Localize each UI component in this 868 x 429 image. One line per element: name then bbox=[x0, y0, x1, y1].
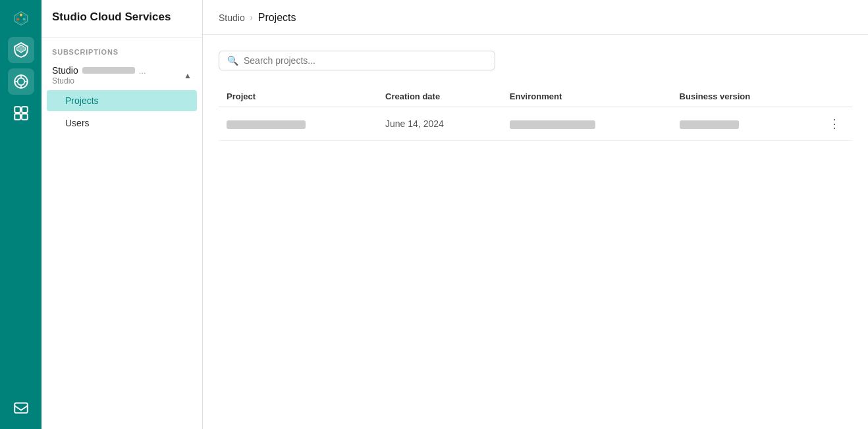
svg-point-4 bbox=[16, 18, 19, 20]
svg-rect-9 bbox=[22, 107, 28, 113]
studio-ellipsis: ... bbox=[139, 66, 146, 76]
nav-icon-2[interactable] bbox=[8, 68, 34, 95]
search-input[interactable] bbox=[244, 55, 487, 66]
svg-point-7 bbox=[17, 78, 24, 86]
svg-marker-5 bbox=[16, 45, 25, 52]
sidebar-title: Studio Cloud Services bbox=[41, 0, 202, 38]
subscriptions-label: SUBSCRIPTIONS bbox=[41, 38, 202, 61]
support-icon[interactable] bbox=[8, 395, 34, 421]
sidebar-item-users[interactable]: Users bbox=[47, 113, 197, 134]
icon-bar-top bbox=[8, 5, 34, 395]
projects-table: Project Creation date Environment Busine… bbox=[219, 86, 852, 141]
cell-creation-date: June 14, 2024 bbox=[377, 107, 502, 141]
col-creation-date: Creation date bbox=[377, 86, 502, 107]
svg-point-2 bbox=[20, 14, 22, 16]
search-icon: 🔍 bbox=[227, 55, 238, 66]
main-content: Studio › Projects 🔍 Project Creation dat… bbox=[203, 0, 868, 429]
cell-environment bbox=[502, 107, 672, 141]
svg-rect-10 bbox=[14, 114, 20, 120]
table-header: Project Creation date Environment Busine… bbox=[219, 86, 852, 107]
col-environment: Environment bbox=[502, 86, 672, 107]
svg-point-3 bbox=[22, 18, 25, 20]
nav-icon-1[interactable] bbox=[8, 37, 34, 63]
row-more-button[interactable]: ⋮ bbox=[825, 115, 844, 132]
svg-rect-11 bbox=[22, 114, 28, 120]
sidebar-item-projects[interactable]: Projects bbox=[47, 90, 197, 111]
breadcrumb-separator: › bbox=[250, 13, 253, 22]
table-body: June 14, 2024 ⋮ bbox=[219, 107, 852, 141]
breadcrumb-studio-link[interactable]: Studio bbox=[219, 13, 245, 23]
chevron-up-icon: ▲ bbox=[184, 71, 192, 80]
icon-bar-bottom bbox=[8, 395, 34, 429]
cell-business-version bbox=[672, 107, 817, 141]
svg-rect-8 bbox=[14, 107, 20, 113]
col-project: Project bbox=[219, 86, 377, 107]
nav-icon-3[interactable] bbox=[8, 100, 34, 126]
logo-icon[interactable] bbox=[8, 5, 34, 32]
cell-actions: ⋮ bbox=[817, 107, 852, 141]
table-row: June 14, 2024 ⋮ bbox=[219, 107, 852, 141]
studio-item-sub: Studio bbox=[52, 76, 146, 86]
studio-item-name: Studio bbox=[52, 65, 78, 76]
environment-redacted bbox=[510, 120, 595, 129]
studio-subscription-item[interactable]: Studio ... Studio ▲ bbox=[41, 61, 202, 89]
search-bar[interactable]: 🔍 bbox=[219, 51, 495, 70]
breadcrumb-projects: Projects bbox=[258, 12, 296, 24]
col-business-version: Business version bbox=[672, 86, 817, 107]
cell-project bbox=[219, 107, 377, 141]
project-name-redacted bbox=[227, 120, 306, 129]
breadcrumb: Studio › Projects bbox=[203, 0, 868, 35]
svg-rect-12 bbox=[14, 403, 28, 413]
sidebar: Studio Cloud Services SUBSCRIPTIONS Stud… bbox=[41, 0, 203, 429]
studio-name-redacted bbox=[82, 67, 135, 74]
content-area: 🔍 Project Creation date Environment Busi… bbox=[203, 35, 868, 429]
icon-bar bbox=[0, 0, 41, 429]
business-version-redacted bbox=[680, 120, 739, 129]
